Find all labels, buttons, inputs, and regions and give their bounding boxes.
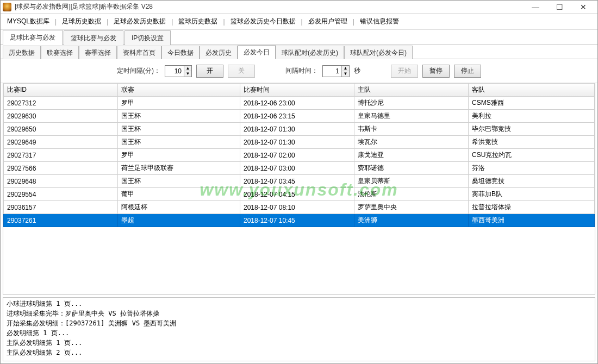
- chevron-up-icon[interactable]: ▲: [341, 66, 349, 71]
- sub-tab[interactable]: 今日数据: [161, 46, 200, 59]
- table-row[interactable]: 29037261墨超2018-12-07 10:45美洲狮墨西哥美洲: [4, 214, 595, 227]
- maximize-button[interactable]: ☐: [547, 1, 571, 14]
- table-row[interactable]: 29029648国王杯2018-12-07 03:45皇家贝蒂斯桑坦德竞技: [4, 175, 595, 188]
- menu-item[interactable]: 足球历史数据: [59, 15, 104, 28]
- chevron-down-icon[interactable]: ▼: [184, 71, 191, 77]
- interval-unit: 秒: [354, 66, 360, 76]
- title-bar: [球探与必发指数网][足球篮球]赔率数据采集 V28 — ☐ ✕: [1, 1, 597, 14]
- column-header[interactable]: 比赛时间: [240, 84, 354, 97]
- table-row[interactable]: 29027566荷兰足球甲级联赛2018-12-07 03:00费耶诺德芬洛: [4, 162, 595, 175]
- cell-home: 皇家贝蒂斯: [354, 175, 469, 188]
- timer-input[interactable]: [165, 66, 184, 77]
- log-line: 进球明细采集完毕：罗萨里奥中央 VS 拉普拉塔体操: [7, 309, 591, 318]
- chevron-down-icon[interactable]: ▼: [341, 71, 349, 77]
- sub-tab[interactable]: 必发历史: [200, 46, 238, 59]
- cell-home: 费耶诺德: [354, 162, 469, 175]
- cell-id: 29029554: [4, 188, 118, 201]
- main-tab[interactable]: 篮球比赛与必发: [64, 30, 123, 45]
- log-line: 主队必发明细第 2 页...: [7, 348, 591, 357]
- column-header[interactable]: 联赛: [118, 84, 240, 97]
- close-button[interactable]: ✕: [571, 1, 595, 14]
- cell-away: 毕尔巴鄂竞技: [469, 123, 595, 136]
- cell-id: 29037261: [4, 214, 118, 227]
- log-line: 主队必发明细第 1 页...: [7, 338, 591, 348]
- cell-home: 皇家马德里: [354, 110, 469, 123]
- cell-away: 桑坦德竞技: [469, 175, 595, 188]
- interval-input[interactable]: [323, 66, 341, 77]
- cell-home: 法伦斯: [354, 188, 469, 201]
- log-panel[interactable]: 小球进球明细第 1 页...进球明细采集完毕：罗萨里奥中央 VS 拉普拉塔体操开…: [3, 297, 595, 361]
- cell-home: 韦斯卡: [354, 123, 469, 136]
- start-button[interactable]: 开始: [391, 65, 418, 78]
- data-grid[interactable]: 比赛ID联赛比赛时间主队客队 29027312罗甲2018-12-06 23:0…: [3, 83, 595, 295]
- menu-item[interactable]: 足球必发历史数据: [110, 15, 169, 28]
- table-row[interactable]: 29029630国王杯2018-12-06 23:15皇家马德里美利拉: [4, 110, 595, 123]
- sub-tab[interactable]: 球队配对(必发今日): [344, 46, 413, 59]
- cell-league: 罗甲: [118, 97, 240, 110]
- cell-league: 国王杯: [118, 110, 240, 123]
- table-row[interactable]: 29029649国王杯2018-12-07 01:30埃瓦尔希洪竞技: [4, 136, 595, 149]
- sub-tab[interactable]: 历史数据: [3, 46, 41, 59]
- cell-league: 荷兰足球甲级联赛: [118, 162, 240, 175]
- window-title: [球探与必发指数网][足球篮球]赔率数据采集 V28: [15, 2, 524, 11]
- interval-label: 间隔时间：: [285, 66, 318, 76]
- table-row[interactable]: 29036157阿根廷杯2018-12-07 08:10罗萨里奥中央拉普拉塔体操: [4, 201, 595, 214]
- cell-time: 2018-12-07 03:45: [240, 175, 354, 188]
- cell-league: 墨超: [118, 214, 240, 227]
- menu-item[interactable]: 错误信息报警: [357, 15, 402, 28]
- sub-tab[interactable]: 联赛选择: [41, 46, 79, 59]
- cell-id: 29036157: [4, 201, 118, 214]
- cell-time: 2018-12-06 23:00: [240, 97, 354, 110]
- chevron-up-icon[interactable]: ▲: [184, 66, 191, 71]
- main-tab[interactable]: IP切换设置: [124, 30, 171, 45]
- sub-tab[interactable]: 赛季选择: [79, 46, 117, 59]
- column-header[interactable]: 比赛ID: [4, 84, 118, 97]
- stop-button[interactable]: 停止: [454, 65, 481, 78]
- cell-away: 宾菲加B队: [469, 188, 595, 201]
- cell-league: 国王杯: [118, 136, 240, 149]
- cell-away: 拉普拉塔体操: [469, 201, 595, 214]
- menu-item[interactable]: 篮球历史数据: [175, 15, 221, 28]
- minimize-button[interactable]: —: [524, 1, 547, 14]
- table-row[interactable]: 29027317罗甲2018-12-07 02:00康戈迪亚CSU克拉约瓦: [4, 149, 595, 162]
- cell-league: 阿根廷杯: [118, 201, 240, 214]
- cell-time: 2018-12-07 01:30: [240, 136, 354, 149]
- table-row[interactable]: 29029650国王杯2018-12-07 01:30韦斯卡毕尔巴鄂竞技: [4, 123, 595, 136]
- cell-id: 29029650: [4, 123, 118, 136]
- cell-id: 29029649: [4, 136, 118, 149]
- cell-id: 29027317: [4, 149, 118, 162]
- open-button[interactable]: 开: [196, 65, 223, 78]
- sub-tab[interactable]: 球队配对(必发历史): [276, 46, 344, 59]
- timer-spinner[interactable]: ▲▼: [165, 65, 192, 77]
- timer-label: 定时间隔(分)：: [117, 66, 160, 76]
- cell-league: 国王杯: [118, 175, 240, 188]
- pause-button[interactable]: 暂停: [422, 65, 450, 78]
- app-window: [球探与必发指数网][足球篮球]赔率数据采集 V28 — ☐ ✕ MYSQL数据…: [0, 0, 598, 364]
- column-header[interactable]: 主队: [354, 84, 469, 97]
- log-line: 开始采集必发明细：[29037261] 美洲狮 VS 墨西哥美洲: [7, 318, 591, 328]
- log-line: 小球进球明细第 1 页...: [7, 299, 591, 309]
- log-line: 必发明细第 1 页...: [7, 328, 591, 338]
- cell-id: 29027312: [4, 97, 118, 110]
- menu-item[interactable]: 篮球必发历史今日数据: [227, 15, 299, 28]
- cell-time: 2018-12-07 02:00: [240, 149, 354, 162]
- cell-home: 康戈迪亚: [354, 149, 469, 162]
- table-row[interactable]: 29029554葡甲2018-12-07 04:15法伦斯宾菲加B队: [4, 188, 595, 201]
- column-header[interactable]: 客队: [469, 84, 595, 97]
- cell-league: 国王杯: [118, 123, 240, 136]
- sub-tab[interactable]: 资料库首页: [117, 46, 161, 59]
- cell-id: 29029630: [4, 110, 118, 123]
- close-button-toggle[interactable]: 关: [228, 65, 255, 78]
- sub-tab[interactable]: 必发今日: [238, 45, 276, 59]
- interval-spinner[interactable]: ▲▼: [322, 65, 350, 77]
- menu-item[interactable]: 必发用户管理: [305, 15, 351, 28]
- table-row[interactable]: 29027312罗甲2018-12-06 23:00博托沙尼CSMS雅西: [4, 97, 595, 110]
- cell-away: 芬洛: [469, 162, 595, 175]
- control-bar: 定时间隔(分)： ▲▼ 开 关 间隔时间： ▲▼ 秒 开始 暂停 停止: [1, 59, 597, 83]
- cell-time: 2018-12-07 01:30: [240, 123, 354, 136]
- main-tab[interactable]: 足球比赛与必发: [3, 30, 63, 45]
- cell-id: 29027566: [4, 162, 118, 175]
- cell-home: 美洲狮: [354, 214, 469, 227]
- menu-item[interactable]: MYSQL数据库: [4, 15, 53, 28]
- cell-away: 希洪竞技: [469, 136, 595, 149]
